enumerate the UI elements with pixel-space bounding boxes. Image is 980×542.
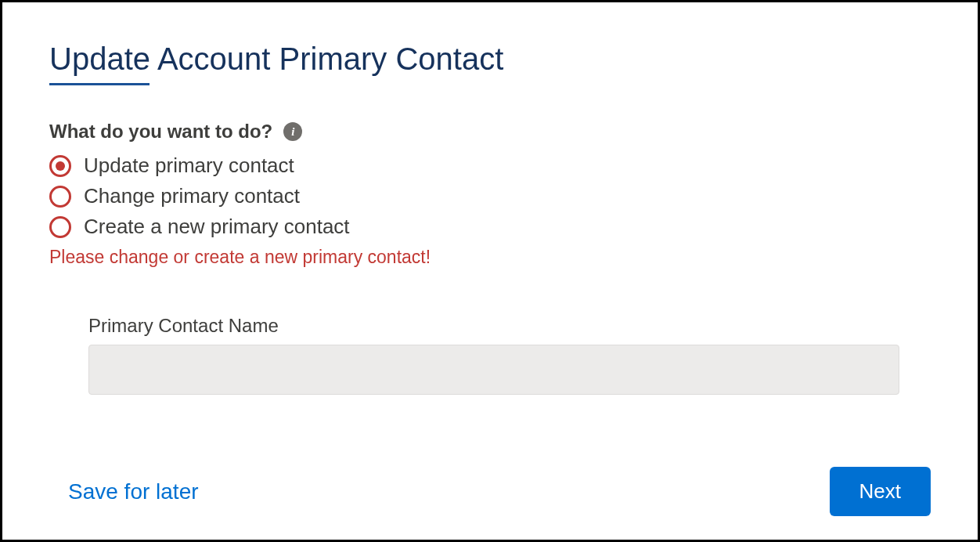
radio-icon xyxy=(49,155,71,177)
footer: Save for later Next xyxy=(49,467,931,516)
radio-option-change[interactable]: Change primary contact xyxy=(49,184,931,208)
radio-icon xyxy=(49,216,71,238)
primary-contact-name-input[interactable] xyxy=(88,345,899,395)
radio-label: Change primary contact xyxy=(84,184,300,208)
next-button[interactable]: Next xyxy=(830,467,931,516)
radio-group: Update primary contact Change primary co… xyxy=(49,154,931,239)
radio-label: Update primary contact xyxy=(84,154,294,178)
form-container: Update Account Primary Contact What do y… xyxy=(0,0,980,542)
radio-icon xyxy=(49,186,71,208)
radio-option-create[interactable]: Create a new primary contact xyxy=(49,215,931,239)
radio-label: Create a new primary contact xyxy=(84,215,350,239)
input-label: Primary Contact Name xyxy=(88,315,899,337)
title-underline xyxy=(49,83,150,85)
info-icon[interactable]: i xyxy=(283,122,302,141)
prompt-label: What do you want to do? xyxy=(49,121,272,143)
radio-option-update[interactable]: Update primary contact xyxy=(49,154,931,178)
prompt-row: What do you want to do? i xyxy=(49,121,931,143)
input-section: Primary Contact Name xyxy=(49,315,931,395)
page-title: Update Account Primary Contact xyxy=(49,42,931,77)
save-for-later-link[interactable]: Save for later xyxy=(49,479,199,504)
error-message: Please change or create a new primary co… xyxy=(49,247,931,268)
